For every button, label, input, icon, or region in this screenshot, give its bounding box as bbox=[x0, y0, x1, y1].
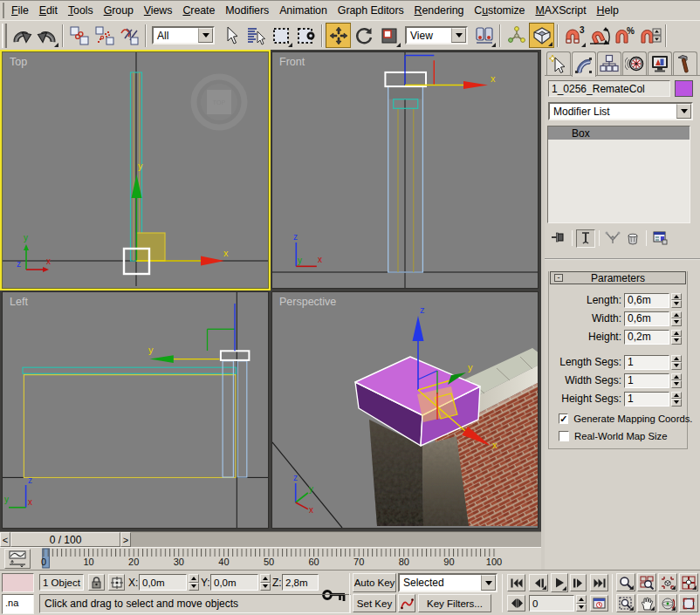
object-color-swatch[interactable] bbox=[675, 80, 693, 97]
remove-modifier-button[interactable] bbox=[623, 229, 642, 248]
redo-button[interactable] bbox=[34, 23, 59, 48]
menu-help[interactable]: Help bbox=[592, 2, 624, 20]
menu-modifiers[interactable]: Modifiers bbox=[220, 2, 274, 20]
reference-coordinate-system-combo[interactable]: View bbox=[405, 26, 468, 44]
next-frame-button[interactable]: > bbox=[120, 532, 131, 547]
spinner-up-button[interactable] bbox=[260, 574, 271, 583]
rollout-collapse-button[interactable]: - bbox=[554, 274, 563, 282]
current-frame-field[interactable]: 0 bbox=[529, 595, 574, 612]
percent-snap-button[interactable]: % bbox=[612, 23, 637, 48]
menu-maxscript[interactable]: MAXScript bbox=[530, 2, 591, 20]
key-filters-button[interactable]: Key Filters... bbox=[418, 594, 491, 612]
select-and-manipulate-button[interactable] bbox=[504, 23, 529, 48]
use-pivot-point-center-button[interactable] bbox=[471, 23, 497, 48]
angle-snap-toggle-button[interactable] bbox=[587, 23, 612, 48]
tab-modify[interactable] bbox=[572, 51, 596, 77]
menu-animation[interactable]: Animation bbox=[274, 2, 333, 20]
menu-rendering[interactable]: Rendering bbox=[409, 2, 470, 20]
height-field[interactable]: 0,2m bbox=[624, 330, 669, 345]
zoom-extents-all-button[interactable] bbox=[679, 573, 698, 591]
spinner-down-button[interactable] bbox=[671, 380, 682, 388]
zoom-button[interactable] bbox=[616, 573, 635, 591]
select-and-move-button[interactable] bbox=[326, 23, 351, 48]
track-bar[interactable]: 0 10 20 30 40 50 60 70 80 90 100 bbox=[0, 548, 541, 570]
object-name-field[interactable]: 1_0256_RemateCol bbox=[548, 80, 670, 97]
configure-modifier-sets-button[interactable] bbox=[650, 229, 669, 248]
gizmo-z-arrowhead[interactable] bbox=[413, 316, 424, 341]
zoom-region-button[interactable] bbox=[616, 594, 635, 612]
tab-utilities[interactable] bbox=[673, 51, 697, 75]
toolbar-grip[interactable] bbox=[2, 24, 7, 48]
modifier-stack[interactable]: Box bbox=[547, 126, 690, 223]
spinner-up-button[interactable] bbox=[671, 293, 682, 301]
play-animation-button[interactable] bbox=[551, 573, 568, 592]
track-bar-ruler[interactable]: 0 10 20 30 40 50 60 70 80 90 100 bbox=[38, 548, 541, 570]
go-to-start-button[interactable] bbox=[507, 574, 525, 591]
menu-file[interactable]: File bbox=[6, 2, 34, 20]
spinner-down-button[interactable] bbox=[671, 300, 682, 308]
open-mini-curve-editor-button[interactable] bbox=[4, 549, 31, 569]
z-coordinate-field[interactable]: 2,8m bbox=[282, 574, 319, 591]
spinner-down-button[interactable] bbox=[671, 362, 682, 370]
menu-graph-editors[interactable]: Graph Editors bbox=[333, 2, 409, 20]
angle-snap-3-button[interactable]: 3 bbox=[561, 23, 587, 48]
zoom-extents-button[interactable] bbox=[658, 573, 677, 591]
width-spinner[interactable] bbox=[671, 311, 682, 326]
tab-display[interactable] bbox=[648, 51, 672, 75]
selection-filter-arrow[interactable] bbox=[198, 28, 213, 43]
viewport-label-top[interactable]: Top bbox=[10, 56, 27, 68]
real-world-map-size-checkbox[interactable] bbox=[559, 431, 569, 441]
select-by-name-button[interactable] bbox=[243, 23, 268, 48]
auto-key-button[interactable]: Auto Key bbox=[353, 573, 396, 592]
spinner-down-button[interactable] bbox=[671, 399, 682, 407]
menu-edit[interactable]: Edit bbox=[34, 2, 63, 20]
viewport-label-left[interactable]: Left bbox=[10, 296, 28, 308]
window-crossing-button[interactable] bbox=[293, 23, 319, 48]
spinner-up-button[interactable] bbox=[671, 355, 682, 363]
width-segs-spinner[interactable] bbox=[671, 373, 682, 388]
selection-lock-toggle[interactable] bbox=[88, 574, 105, 591]
menu-tools[interactable]: Tools bbox=[63, 2, 99, 20]
modifier-list-dropdown[interactable]: Modifier List bbox=[548, 102, 693, 120]
height-segs-field[interactable]: 1 bbox=[624, 392, 669, 407]
gizmo-x-arrowhead[interactable] bbox=[201, 256, 224, 266]
default-tangents-button[interactable] bbox=[398, 594, 415, 612]
spinner-up-button[interactable] bbox=[671, 311, 682, 319]
select-object-button[interactable] bbox=[217, 23, 243, 48]
viewport-front[interactable]: x z x y Front bbox=[271, 51, 539, 289]
go-to-end-button[interactable] bbox=[590, 574, 608, 591]
maxscript-listener-pane[interactable]: .na bbox=[2, 594, 34, 614]
tab-hierarchy[interactable] bbox=[597, 51, 621, 75]
macro-recorder-pane[interactable] bbox=[2, 573, 34, 592]
set-key-button[interactable]: Set Key bbox=[353, 594, 396, 612]
spinner-up-button[interactable] bbox=[671, 373, 682, 381]
coordinate-system-arrow[interactable] bbox=[451, 28, 466, 43]
time-slider-track[interactable]: < 0 / 100 > bbox=[0, 531, 541, 548]
tab-create[interactable] bbox=[546, 51, 571, 75]
length-segs-spinner[interactable] bbox=[671, 355, 682, 370]
spinner-up-button[interactable] bbox=[671, 330, 682, 338]
selection-set-arrow[interactable] bbox=[481, 575, 496, 591]
pin-stack-button[interactable] bbox=[549, 229, 568, 248]
show-end-result-button[interactable] bbox=[576, 229, 595, 248]
maximize-viewport-toggle-button[interactable] bbox=[679, 594, 698, 612]
menu-customize[interactable]: Customize bbox=[469, 2, 530, 20]
spinner-snap-button[interactable] bbox=[637, 23, 662, 48]
spinner-down-button[interactable] bbox=[189, 583, 199, 591]
gizmo-y-arrowhead[interactable] bbox=[150, 355, 174, 363]
make-unique-button[interactable] bbox=[603, 229, 622, 248]
viewport-perspective[interactable]: z x y z bbox=[271, 291, 539, 529]
spinner-up-button[interactable] bbox=[671, 392, 682, 400]
menu-group[interactable]: Group bbox=[99, 2, 139, 20]
menu-views[interactable]: Views bbox=[139, 2, 178, 20]
viewport-label-perspective[interactable]: Perspective bbox=[279, 296, 336, 308]
spinner-down-button[interactable] bbox=[576, 604, 587, 612]
height-segs-spinner[interactable] bbox=[671, 392, 682, 407]
previous-frame-button-playback[interactable] bbox=[529, 574, 548, 591]
width-field[interactable]: 0,6m bbox=[624, 311, 669, 326]
spinner-down-button[interactable] bbox=[260, 583, 271, 591]
modifier-stack-entry-box[interactable]: Box bbox=[548, 126, 690, 140]
time-configuration-button[interactable] bbox=[590, 595, 608, 612]
viewport-left[interactable]: y z y x Left bbox=[2, 291, 269, 529]
length-field[interactable]: 0,6m bbox=[624, 293, 669, 308]
